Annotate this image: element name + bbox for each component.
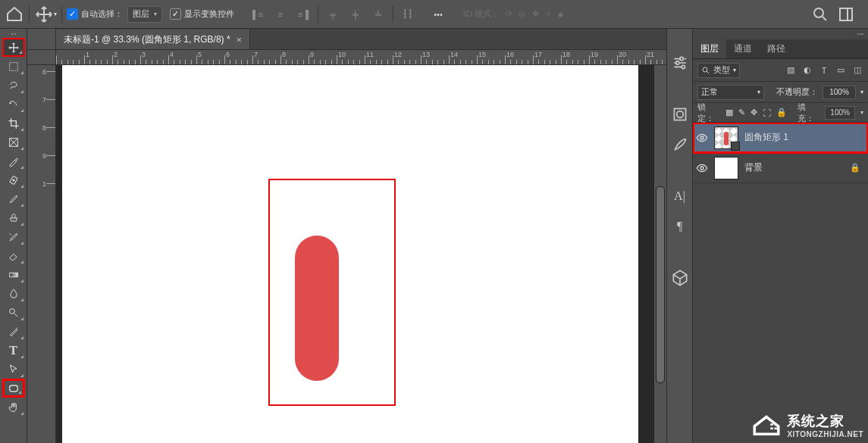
lock-pixels-icon[interactable]: ✎ [738,108,745,117]
clone-stamp-tool[interactable] [2,208,25,227]
layer-name[interactable]: 背景 [744,161,763,174]
quick-select-tool[interactable] [2,95,25,114]
dodge-tool[interactable] [2,303,25,322]
character-panel-icon[interactable]: A| [670,186,690,206]
align-right-icon[interactable]: ≡▐ [294,5,312,23]
auto-select-label: 自动选择： [81,8,123,20]
blend-mode-dropdown[interactable]: 正常▾ [697,85,764,100]
auto-select-dropdown[interactable]: 图层▾ [127,6,162,23]
svg-point-14 [700,136,703,139]
lasso-tool[interactable] [2,76,25,95]
tab-layers[interactable]: 图层 [693,39,726,58]
align-vcenter-icon[interactable]: ╪ [346,5,365,23]
visibility-toggle-icon[interactable] [696,162,708,174]
tab-channels[interactable]: 通道 [726,39,760,58]
palette-handle-icon[interactable] [2,30,25,38]
gradient-tool[interactable] [2,265,25,284]
align-top-icon[interactable]: ╤ [324,5,342,23]
layer-row[interactable]: 圆角矩形 1 [693,123,868,153]
close-tab-icon[interactable]: × [237,34,243,45]
layer-filter-row: 类型▾ ▧ ◐ T ▭ ◫ [693,59,868,82]
paragraph-panel-icon[interactable]: ¶ [670,217,690,236]
eyedropper-tool[interactable] [2,151,25,170]
lock-all-icon[interactable]: 🔒 [776,108,787,117]
3d-pan-icon[interactable]: ◎ [519,9,526,19]
vertical-ruler[interactable]: 67891 [41,65,56,443]
canvas-stage[interactable] [56,65,666,443]
marquee-tool[interactable] [2,57,25,76]
svg-rect-1 [840,8,852,20]
distribute-icon[interactable]: ┇┇ [399,5,417,23]
panel-tabs: 图层 通道 路径 [693,39,868,59]
frame-tool[interactable] [2,133,25,151]
align-left-icon[interactable]: ▌≡ [249,5,267,23]
adjustments-panel-icon[interactable] [670,105,690,124]
svg-rect-11 [674,108,685,120]
align-bottom-icon[interactable]: ╧ [369,5,387,23]
search-icon[interactable] [811,5,829,23]
3d-zoom-icon[interactable]: ✧ [545,9,552,19]
filter-type-icon[interactable]: T [818,64,830,76]
auto-select-checkbox[interactable]: 自动选择： [67,8,123,20]
opacity-label: 不透明度： [776,86,818,98]
fill-label: 填充： [797,101,820,124]
svg-rect-7 [9,385,17,392]
svg-point-9 [675,61,678,64]
history-brush-tool[interactable] [2,227,25,246]
properties-panel-icon[interactable] [670,53,690,73]
filter-smart-icon[interactable]: ◫ [851,64,863,76]
type-tool[interactable]: T [2,341,25,360]
show-transform-checkbox[interactable]: 显示变换控件 [170,8,234,20]
svg-point-13 [703,67,707,72]
align-hcenter-icon[interactable]: ≡ [271,5,290,23]
layer-row[interactable]: 背景🔒 [693,153,868,183]
svg-point-8 [680,57,683,60]
svg-point-10 [682,65,685,68]
svg-point-6 [9,308,14,314]
more-options-icon[interactable]: ••• [429,5,447,23]
rounded-rect-shape[interactable] [295,236,339,381]
vertical-scrollbar[interactable] [654,65,666,443]
filter-shape-icon[interactable]: ▭ [835,64,847,76]
move-tool-icon [35,5,53,23]
move-tool[interactable] [2,38,25,57]
blend-row: 正常▾ 不透明度： 100% ▾ [693,82,868,103]
lock-position-icon[interactable]: ✥ [750,108,757,117]
filter-adjust-icon[interactable]: ◐ [801,64,813,76]
svg-rect-5 [9,273,17,276]
layer-name[interactable]: 圆角矩形 1 [744,131,788,144]
svg-rect-2 [9,62,17,70]
ruler-origin[interactable] [27,50,56,65]
healing-tool[interactable] [2,170,25,189]
document-tab[interactable]: 未标题-1 @ 33.3% (圆角矩形 1, RGB/8) * × [56,30,250,49]
lock-transparency-icon[interactable]: ▩ [725,108,733,117]
visibility-toggle-icon[interactable] [696,132,708,144]
rounded-rectangle-tool[interactable] [2,379,25,398]
crop-tool[interactable] [2,114,25,133]
layer-filter-dropdown[interactable]: 类型▾ [697,63,740,78]
opacity-input[interactable]: 100% [823,86,856,99]
3d-mode-group: 3D 模式： ⟳ ◎ ✥ ✧ ■ [462,8,563,20]
blur-tool[interactable] [2,284,25,303]
lock-artboard-icon[interactable]: ⛶ [763,108,771,117]
brushes-panel-icon[interactable] [670,135,690,154]
3d-orbit-icon[interactable]: ⟳ [506,9,512,19]
pen-tool[interactable] [2,322,25,341]
tab-paths[interactable]: 路径 [760,39,793,58]
3d-slide-icon[interactable]: ✥ [532,9,539,19]
horizontal-ruler[interactable]: 123456789101112131415161718192021 [56,50,666,65]
brush-tool[interactable] [2,189,25,208]
layer-thumbnail[interactable] [714,126,738,149]
fill-input[interactable]: 100% [825,106,855,120]
3d-panel-icon[interactable] [670,268,690,288]
eraser-tool[interactable] [2,246,25,265]
show-transform-label: 显示变换控件 [184,8,234,20]
svg-point-15 [700,167,703,170]
home-icon[interactable] [5,5,24,23]
layer-thumbnail[interactable] [714,157,738,179]
filter-pixel-icon[interactable]: ▧ [785,64,797,76]
workspace-icon[interactable] [837,5,855,23]
hand-tool[interactable] [2,398,25,416]
path-select-tool[interactable] [2,360,25,379]
3d-camera-icon[interactable]: ■ [558,10,563,19]
